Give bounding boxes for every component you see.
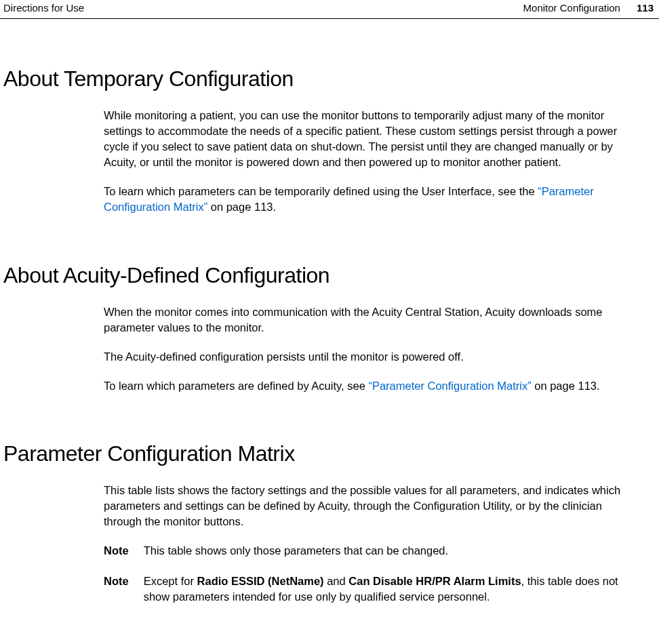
link-param-config-matrix[interactable]: “Parameter Configuration Matrix” — [368, 380, 531, 392]
note-label: Note — [104, 573, 129, 605]
header-right: Monitor Configuration 113 — [523, 2, 654, 14]
paragraph: To learn which parameters can be tempora… — [104, 184, 639, 215]
heading-temporary-config: About Temporary Configuration — [3, 66, 656, 92]
paragraph: This table lists shows the factory setti… — [104, 483, 639, 529]
paragraph: The Acuity-defined configuration persist… — [104, 349, 639, 365]
note-text: This table shows only those parameters t… — [144, 543, 639, 559]
page-number: 113 — [637, 2, 654, 14]
header-section: Monitor Configuration — [523, 2, 620, 14]
paragraph: To learn which parameters are defined by… — [104, 378, 639, 394]
paragraph: While monitoring a patient, you can use … — [104, 108, 639, 170]
page-header: Directions for Use Monitor Configuration… — [0, 0, 659, 19]
heading-param-config-matrix: Parameter Configuration Matrix — [3, 441, 656, 466]
note-label: Note — [104, 543, 129, 559]
note-block: Note Except for Radio ESSID (NetName) an… — [104, 573, 639, 605]
page-content: About Temporary Configuration While moni… — [0, 66, 659, 605]
paragraph: When the monitor comes into communicatio… — [104, 304, 639, 336]
heading-acuity-config: About Acuity-Defined Configuration — [3, 263, 656, 288]
header-left-title: Directions for Use — [3, 2, 84, 14]
note-text: Except for Radio ESSID (NetName) and Can… — [144, 573, 639, 605]
note-block: Note This table shows only those paramet… — [104, 543, 639, 559]
